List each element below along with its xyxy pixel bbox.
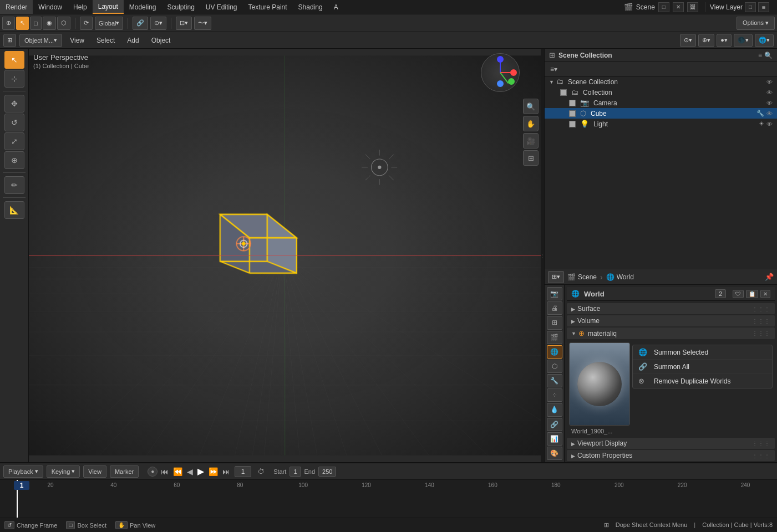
jump-end-btn[interactable]: ⏭ <box>221 466 231 477</box>
particles-props-btn[interactable]: ⁘ <box>547 388 562 402</box>
workspace-sculpting[interactable]: Sculpting <box>161 0 200 14</box>
select-cursor-btn[interactable]: ↖ <box>16 17 29 30</box>
options-btn[interactable]: Options ▾ <box>737 17 775 30</box>
viewport-shading-btn[interactable]: 🌑▾ <box>734 34 753 47</box>
custom-props-header[interactable]: Custom Properties ⋮⋮⋮ <box>567 450 775 461</box>
annotation-type-btn[interactable]: ⊡▾ <box>176 17 192 30</box>
measure-tool-icon[interactable]: 📐 <box>4 201 24 219</box>
start-frame-input[interactable]: 1 <box>290 467 301 477</box>
cube-checkbox[interactable] <box>569 110 576 117</box>
camera-checkbox[interactable] <box>569 100 576 106</box>
view-layer-settings-btn[interactable]: ≡ <box>758 2 769 12</box>
prev-keyframe-btn[interactable]: ⏪ <box>172 466 184 477</box>
zoom-in-btn[interactable]: 🔍 <box>523 99 539 114</box>
transform-orientations-btn[interactable]: ⊕▾ <box>698 34 714 47</box>
viewport-rendered-btn[interactable]: 🌐▾ <box>755 34 774 47</box>
transform-tool-icon[interactable]: ⊕ <box>4 151 24 169</box>
keyframe-record-btn[interactable]: ● <box>148 467 158 477</box>
workspace-shading[interactable]: Shading <box>293 0 328 14</box>
object-mode-selector[interactable]: Object M... ▾ <box>19 34 62 47</box>
materialiq-section-header[interactable]: ⊕ materialiq ⋮⋮⋮ <box>567 328 775 339</box>
proportional-edit-btn[interactable]: ⊙▾ <box>150 17 166 30</box>
snap-btn[interactable]: ⟳ <box>80 17 93 30</box>
light-vis-icon[interactable]: 👁 <box>766 121 773 127</box>
keying-menu-btn[interactable]: Keying ▾ <box>47 466 80 478</box>
viewport-shading-dots-btn[interactable]: ⊙▾ <box>680 34 696 47</box>
outliner-item-collection[interactable]: 🗂 Collection 👁 <box>545 87 777 98</box>
end-frame-input[interactable]: 250 <box>318 467 336 477</box>
select-tool-icon[interactable]: ↖ <box>4 51 24 69</box>
lasso-select-btn[interactable]: ⬡ <box>57 17 70 30</box>
summon-all-btn[interactable]: 🔗 Summon All <box>633 360 772 374</box>
annotate-tool-icon[interactable]: ✏ <box>4 176 24 194</box>
outliner-filter-icon[interactable]: ≡ <box>758 52 762 59</box>
world-props-btn active[interactable]: 🌐 <box>547 345 562 359</box>
render-preview-btn[interactable]: 🖼 <box>687 2 698 12</box>
gizmo-z-axis[interactable] <box>497 56 504 63</box>
material-props-btn[interactable]: 🎨 <box>547 447 562 460</box>
gizmo-x-axis[interactable] <box>510 69 517 76</box>
rotate-tool-icon[interactable]: ↺ <box>4 114 24 131</box>
navigation-gizmo[interactable] <box>481 53 525 98</box>
outliner-item-scene-collection[interactable]: 🗂 Scene Collection 👁 <box>545 76 777 87</box>
output-props-btn[interactable]: 🖨 <box>547 301 562 315</box>
scene-new-btn[interactable]: □ <box>658 2 669 12</box>
workspace-layout[interactable]: Layout <box>93 0 124 14</box>
world-copy-btn[interactable]: 📋 <box>746 290 758 298</box>
world-shield-btn[interactable]: 🛡 <box>733 290 744 298</box>
next-keyframe-btn[interactable]: ⏩ <box>207 466 219 477</box>
outliner-item-light[interactable]: 💡 Light ☀ 👁 <box>545 119 777 129</box>
remove-duplicate-worlds-btn[interactable]: ⊗ Remove Duplicate Worlds <box>633 374 772 388</box>
menu-window[interactable]: Window <box>33 0 68 14</box>
workspace-texture-paint[interactable]: Texture Paint <box>243 0 293 14</box>
view-layer-new-btn[interactable]: □ <box>745 2 756 12</box>
viewport-display-header[interactable]: Viewport Display ⋮⋮⋮ <box>567 438 775 449</box>
prop-nav-scene[interactable]: 🎬 Scene <box>567 273 597 281</box>
workspace-modeling[interactable]: Modeling <box>124 0 162 14</box>
scene-close-btn[interactable]: ✕ <box>673 2 684 12</box>
collection-checkbox[interactable] <box>560 89 567 96</box>
constraints-props-btn[interactable]: 🔗 <box>547 418 562 431</box>
collection-vis-icon[interactable]: 👁 <box>766 89 773 96</box>
menu-help[interactable]: Help <box>68 0 93 14</box>
scale-tool-icon[interactable]: ⤢ <box>4 132 24 150</box>
surface-section-header[interactable]: Surface ⋮⋮⋮ <box>567 303 775 314</box>
object-props-btn[interactable]: ⬡ <box>547 360 562 373</box>
prop-nav-world[interactable]: 🌐 World <box>606 273 634 281</box>
camera-view-btn[interactable]: 🎥 <box>523 133 539 149</box>
scene-props-btn[interactable]: 🎬 <box>547 331 562 344</box>
modifiers-props-btn[interactable]: 🔧 <box>547 374 562 387</box>
snap-magnet-btn[interactable]: 🔗 <box>133 17 148 30</box>
view-layer-props-btn[interactable]: ⊞ <box>547 316 562 329</box>
gizmo-blue-dot[interactable] <box>497 80 504 87</box>
gizmo-y-axis[interactable] <box>508 78 515 85</box>
select-menu[interactable]: Select <box>92 34 119 47</box>
play-btn[interactable]: ▶ <box>196 465 205 478</box>
cursor-tool-icon[interactable]: ⊹ <box>4 70 24 88</box>
box-select-tool-btn[interactable]: □ <box>30 17 42 30</box>
workspace-animation[interactable]: A <box>328 0 344 14</box>
play-reverse-btn[interactable]: ◀ <box>186 466 194 477</box>
curve-type-btn[interactable]: 〜▾ <box>194 17 211 30</box>
object-menu[interactable]: Object <box>147 34 175 47</box>
render-props-btn[interactable]: 📷 <box>547 287 562 300</box>
data-props-btn[interactable]: 📊 <box>547 432 562 446</box>
view-menu-btn[interactable]: View <box>83 466 106 478</box>
volume-section-header[interactable]: Volume ⋮⋮⋮ <box>567 315 775 326</box>
workspace-uv-editing[interactable]: UV Editing <box>200 0 243 14</box>
cube-vis-icon[interactable]: 👁 <box>766 110 773 117</box>
prop-nav-pin-icon[interactable]: 📌 <box>765 273 774 281</box>
viewport-overlay-btn[interactable]: ●▾ <box>717 34 732 47</box>
prop-nav-editor-btn[interactable]: ⊞▾ <box>548 271 564 283</box>
light-checkbox[interactable] <box>569 121 576 127</box>
outliner-item-cube[interactable]: ⬡ Cube 🔧 👁 <box>545 108 777 119</box>
move-tool-icon[interactable]: ✥ <box>4 95 24 112</box>
mode-icon-btn[interactable]: ⊕ <box>2 17 15 30</box>
circle-select-btn[interactable]: ◉ <box>43 17 56 30</box>
menu-render[interactable]: Render <box>0 0 33 14</box>
physics-props-btn[interactable]: 💧 <box>547 403 562 416</box>
camera-vis-icon[interactable]: 👁 <box>766 100 773 106</box>
filter-all-btn[interactable]: ≡▾ <box>548 64 560 74</box>
outliner-item-camera[interactable]: 📷 Camera 👁 <box>545 98 777 108</box>
gizmo-circle[interactable] <box>481 53 520 92</box>
